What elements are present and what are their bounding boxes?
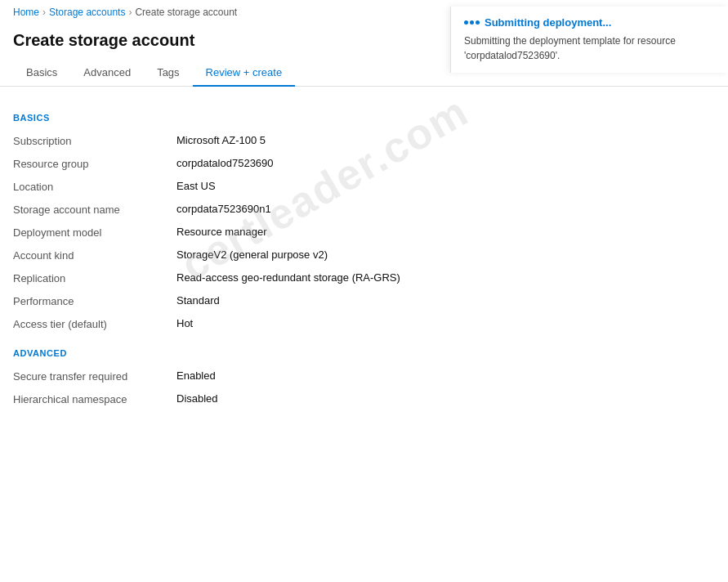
notification-title-text: Submitting deployment... [485,16,611,29]
field-replication: Replication Read-access geo-redundant st… [13,266,436,289]
label-replication: Replication [13,271,176,284]
tab-basics[interactable]: Basics [13,60,70,87]
value-deployment-model: Resource manager [176,226,436,238]
section-header-advanced: ADVANCED [13,348,436,358]
value-performance: Standard [176,294,436,307]
breadcrumb-sep-2: › [128,7,132,18]
tab-tags[interactable]: Tags [144,60,192,87]
tab-review-create[interactable]: Review + create [193,60,296,87]
breadcrumb-storage-accounts[interactable]: Storage accounts [49,7,125,18]
label-secure-transfer: Secure transfer required [13,369,176,383]
field-secure-transfer: Secure transfer required Enabled [13,365,436,387]
field-account-kind: Account kind StorageV2 (general purpose … [13,244,436,266]
value-replication: Read-access geo-redundant storage (RA-GR… [176,271,436,284]
field-performance: Performance Standard [13,289,436,312]
breadcrumb-current: Create storage account [135,7,237,18]
label-account-kind: Account kind [13,248,176,262]
field-subscription: Subscription Microsoft AZ-100 5 [13,129,436,152]
notification-body: Submitting the deployment template for r… [464,34,715,63]
field-location: Location East US [13,175,436,198]
form-content: BASICS Subscription Microsoft AZ-100 5 R… [0,87,449,423]
breadcrumb-home[interactable]: Home [13,7,39,18]
value-resource-group: corpdatalod7523690 [176,157,436,169]
value-secure-transfer: Enabled [176,369,436,382]
dot-1 [464,20,468,25]
field-deployment-model: Deployment model Resource manager [13,221,436,244]
label-deployment-model: Deployment model [13,226,176,239]
label-resource-group: Resource group [13,157,176,170]
section-header-basics: BASICS [13,113,436,123]
value-hierarchical-namespace: Disabled [176,392,436,405]
label-performance: Performance [13,294,176,307]
breadcrumb-sep-1: › [42,7,46,18]
label-storage-account-name: Storage account name [13,203,176,216]
value-subscription: Microsoft AZ-100 5 [176,134,436,146]
field-access-tier: Access tier (default) Hot [13,312,436,335]
dot-2 [470,20,474,25]
notification-panel: Submitting deployment... Submitting the … [450,7,728,73]
label-subscription: Subscription [13,134,176,147]
label-access-tier: Access tier (default) [13,317,176,330]
value-access-tier: Hot [176,317,436,329]
value-storage-account-name: corpdata7523690n1 [176,203,436,215]
field-storage-account-name: Storage account name corpdata7523690n1 [13,198,436,221]
label-location: Location [13,180,176,193]
notification-title: Submitting deployment... [464,16,715,29]
tab-advanced[interactable]: Advanced [70,60,144,87]
value-location: East US [176,180,436,192]
loading-dots [464,20,480,25]
dot-3 [476,20,480,25]
field-resource-group: Resource group corpdatalod7523690 [13,152,436,175]
field-hierarchical-namespace: Hierarchical namespace Disabled [13,387,436,410]
label-hierarchical-namespace: Hierarchical namespace [13,392,176,405]
value-account-kind: StorageV2 (general purpose v2) [176,248,436,261]
